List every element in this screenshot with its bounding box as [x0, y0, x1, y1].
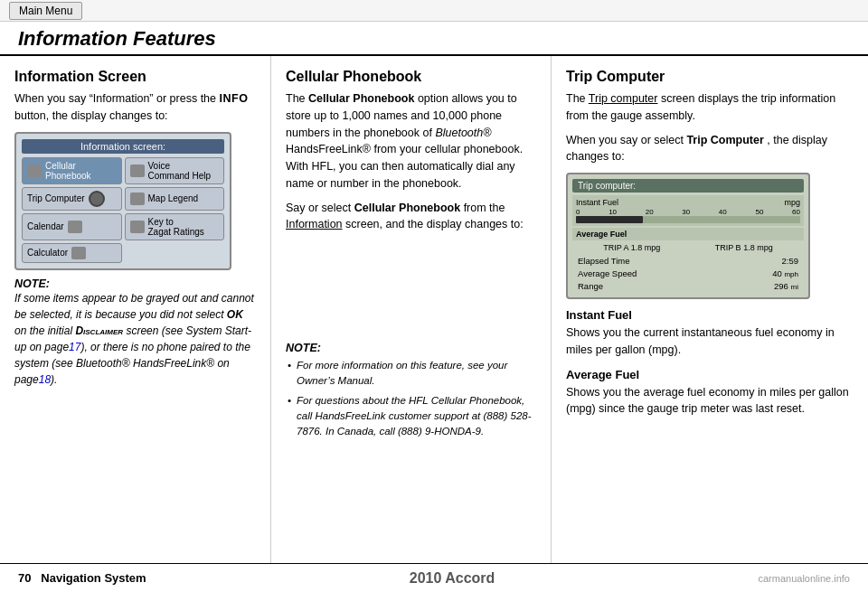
col3-keyword-computer: Computer — [711, 134, 764, 146]
page-title: Information Features — [18, 27, 216, 50]
page-link-17[interactable]: 17 — [69, 341, 80, 353]
col2-bullet-2: For questions about the HFL Cellular Pho… — [286, 393, 536, 440]
avg-fuel-values: TRIP A 1.8 mpg TRIP B 1.8 mpg — [572, 242, 804, 253]
avg-fuel-desc: Shows you the average fuel economy in mi… — [566, 384, 854, 418]
footer-right-text: carmanualonline.info — [758, 573, 850, 584]
col3-keyword-trip: Trip — [686, 134, 707, 146]
col2-bullet-1: For more information on this feature, se… — [286, 358, 536, 390]
col1-heading: Information Screen — [14, 69, 256, 85]
btn-map-legend[interactable]: Map Legend — [125, 187, 225, 211]
col2-body: The Cellular Phonebook option allows you… — [286, 90, 536, 193]
page-footer: 70 Navigation System 2010 Accord carmanu… — [0, 563, 868, 592]
col1-para1: When you say “Information” or press the … — [14, 90, 256, 125]
avg-fuel-label: Average Fuel — [572, 228, 804, 240]
col1-note-text: If some items appear to be grayed out an… — [14, 290, 256, 388]
avg-fuel-subheading: Average Fuel — [566, 368, 854, 381]
instant-fuel-label-row: Instant Fuel mpg — [576, 198, 800, 207]
page-link-18[interactable]: 18 — [39, 373, 51, 386]
col3-heading: Trip Computer — [566, 69, 854, 85]
col2-note-heading: NOTE: — [286, 342, 536, 354]
col1-note: NOTE: If some items appear to be grayed … — [14, 277, 256, 388]
instant-fuel-desc: Shows you the current instantaneous fuel… — [566, 324, 854, 359]
calendar-icon — [68, 221, 82, 233]
fuel-scale-numbers: 0102030405060 — [576, 208, 800, 216]
fuel-bar-fill — [576, 216, 643, 223]
trip-icon — [89, 191, 105, 207]
trip-screen-mockup: Trip computer: Instant Fuel mpg 01020304… — [566, 173, 810, 299]
btn-calendar[interactable]: Calendar — [22, 213, 122, 240]
col-information-screen: Information Screen When you say “Informa… — [0, 56, 271, 563]
col3-para2: When you say or select Trip Computer , t… — [566, 132, 854, 166]
trip-screen-title: Trip computer: — [572, 179, 804, 193]
col2-say-select: Say or select Cellular Phonebook from th… — [286, 200, 536, 234]
col-cellular-phonebook: Cellular Phonebook The Cellular Phoneboo… — [271, 56, 552, 563]
information-underline: Information — [286, 218, 343, 230]
footer-center-text: 2010 Accord — [410, 570, 495, 587]
map-icon — [130, 193, 145, 205]
trip-computer-underline: Trip computer — [589, 92, 658, 105]
instant-fuel-subheading: Instant Fuel — [566, 308, 854, 322]
avg-speed-row: Average Speed 40 mph — [572, 268, 804, 279]
col1-note-heading: NOTE: — [14, 277, 256, 290]
voice-icon — [130, 164, 145, 177]
disclaimer-keyword: Disclaimer — [75, 324, 123, 337]
info-screen-grid: CellularPhonebook VoiceCommand Help Trip… — [22, 157, 224, 263]
page-title-area: Information Features — [0, 22, 868, 56]
col2-heading: Cellular Phonebook — [286, 69, 536, 85]
btn-zagat[interactable]: Key toZagat Ratings — [125, 213, 225, 240]
phonebook-icon — [27, 164, 42, 177]
instant-fuel-section: Instant Fuel mpg 0102030405060 — [572, 195, 804, 226]
col-trip-computer: Trip Computer The Trip computer screen d… — [552, 56, 868, 563]
info-keyword: INFO — [220, 92, 249, 105]
info-screen-title: Information screen: — [22, 139, 224, 154]
content-area: Information Screen When you say “Informa… — [0, 56, 868, 563]
nav-system-label: Navigation System — [41, 571, 146, 585]
main-menu-button[interactable]: Main Menu — [9, 2, 82, 20]
page-number: 70 — [18, 571, 31, 585]
calc-icon — [71, 247, 86, 259]
btn-calculator[interactable]: Calculator — [22, 243, 122, 263]
top-menu-bar: Main Menu — [0, 0, 868, 22]
col2-keyword1: Cellular Phonebook — [308, 92, 414, 105]
btn-voice-command[interactable]: VoiceCommand Help — [125, 157, 225, 184]
elapsed-time-row: Elapsed Time 2:59 — [572, 255, 804, 267]
col3-para1: The Trip computer screen displays the tr… — [566, 90, 854, 125]
zagat-icon — [130, 221, 145, 233]
bluetooth-italic: Bluetooth® — [435, 127, 491, 139]
btn-trip-computer[interactable]: Trip Computer — [22, 187, 122, 211]
col2-keyword2: Cellular Phonebook — [354, 202, 460, 214]
fuel-bar-track — [576, 216, 800, 223]
btn-cellular-phonebook[interactable]: CellularPhonebook — [22, 157, 122, 184]
range-row: Range 296 mi — [572, 280, 804, 292]
col2-note: NOTE: For more information on this featu… — [286, 342, 536, 439]
info-screen-mockup: Information screen: CellularPhonebook Vo… — [14, 132, 231, 270]
footer-left: 70 Navigation System — [18, 571, 146, 585]
